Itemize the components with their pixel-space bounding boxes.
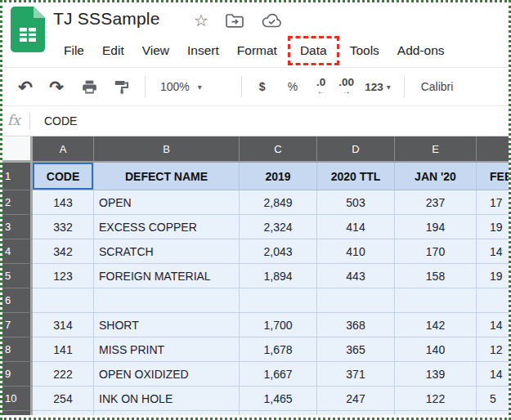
star-icon[interactable]: ☆ [194,12,208,29]
menu-item-data[interactable]: Data [288,36,339,65]
cell-B3[interactable]: EXCESS COPPER [94,215,240,239]
cell-F5[interactable]: 19 [477,264,509,288]
cell-B7[interactable]: SHORT [94,313,240,337]
cell-E4[interactable]: 170 [395,239,477,264]
cell-A9[interactable]: 222 [33,362,94,386]
menu-item-format[interactable]: Format [228,38,286,64]
cell-F6[interactable] [477,288,509,313]
cell-C4[interactable]: 2,043 [240,239,317,264]
cell-B9[interactable]: OPEN OXIDIZED [94,362,240,386]
cell-E5[interactable]: 158 [395,264,477,288]
cell-row11-partial[interactable] [33,411,94,415]
cell-B2[interactable]: OPEN [94,190,240,215]
cell-E8[interactable]: 140 [395,337,477,362]
column-header-F[interactable]: F [477,136,509,163]
row-header-5[interactable]: 5 [2,264,33,288]
undo-button[interactable]: ↶ [16,78,35,96]
cell-E10[interactable]: 122 [395,386,477,411]
cell-A8[interactable]: 141 [33,337,94,362]
column-header-A[interactable]: A [33,136,94,163]
cell-B8[interactable]: MISS PRINT [94,337,240,362]
cell-C6[interactable] [240,288,317,313]
cell-D7[interactable]: 368 [317,313,395,337]
menu-item-tools[interactable]: Tools [341,38,388,64]
cell-B10[interactable]: INK ON HOLE [94,386,240,411]
print-button[interactable] [79,78,99,96]
cell-C8[interactable]: 1,678 [240,337,317,362]
cell-row11-partial[interactable] [317,411,395,415]
menu-item-edit[interactable]: Edit [93,38,133,64]
cell-C2[interactable]: 2,849 [240,190,317,215]
cell-row11-partial[interactable] [395,411,477,415]
cell-A7[interactable]: 314 [33,313,94,337]
cell-F9[interactable]: 14 [477,362,509,386]
cell-F1[interactable]: FEB [477,163,509,190]
cell-F8[interactable]: 12 [477,337,509,362]
select-all-corner[interactable] [2,136,33,163]
cell-E1[interactable]: JAN '20 [395,163,477,190]
cell-row11-partial[interactable] [94,411,240,415]
move-to-folder-icon[interactable] [225,12,244,29]
cell-B6[interactable] [94,288,240,313]
paint-format-button[interactable] [112,78,132,96]
cell-A6[interactable] [33,288,94,313]
cell-C10[interactable]: 1,465 [240,386,317,411]
cell-D6[interactable] [317,288,395,313]
formula-input[interactable]: CODE [44,114,77,127]
cell-A3[interactable]: 332 [33,215,94,239]
percent-format-button[interactable]: % [288,80,298,93]
cell-F3[interactable]: 19 [477,215,509,239]
row-header-2[interactable]: 2 [2,190,33,215]
menu-item-addons[interactable]: Add-ons [388,38,454,64]
cell-E6[interactable] [395,288,477,313]
cell-D8[interactable]: 365 [317,337,395,362]
cell-row11-partial[interactable] [477,411,509,415]
cell-C7[interactable]: 1,700 [240,313,317,337]
cell-D3[interactable]: 414 [317,215,395,239]
cell-D4[interactable]: 410 [317,239,395,264]
cell-E7[interactable]: 142 [395,313,477,337]
cell-A10[interactable]: 254 [33,386,94,411]
row-header-7[interactable]: 7 [2,313,33,337]
cell-B4[interactable]: SCRATCH [94,239,240,264]
cell-D10[interactable]: 247 [317,386,395,411]
font-select[interactable]: Calibri [421,80,454,93]
cell-E3[interactable]: 194 [395,215,477,239]
cell-D9[interactable]: 371 [317,362,395,386]
cloud-saved-icon[interactable] [261,12,283,29]
cell-F7[interactable]: 14 [477,313,509,337]
row-header-11[interactable] [2,411,33,415]
cell-A4[interactable]: 342 [33,239,94,264]
cell-D1[interactable]: 2020 TTL [317,163,395,190]
redo-button[interactable]: ↷ [47,78,66,96]
cell-C9[interactable]: 1,667 [240,362,317,386]
menu-item-view[interactable]: View [133,38,178,64]
cell-F2[interactable]: 17 [477,190,509,215]
menu-item-file[interactable]: File [55,38,93,64]
column-header-D[interactable]: D [317,136,395,163]
decrease-decimal-button[interactable]: .0 ← [316,78,325,96]
document-title[interactable]: TJ SSSample [53,9,160,29]
cell-F4[interactable]: 14 [477,239,509,264]
cell-F10[interactable]: 5 [477,386,509,411]
cell-row11-partial[interactable] [240,411,317,415]
zoom-select[interactable]: 100% ▾ [160,80,202,93]
cell-C5[interactable]: 1,894 [240,264,317,288]
currency-format-button[interactable]: $ [259,80,266,93]
cell-D2[interactable]: 503 [317,190,395,215]
cell-A5[interactable]: 123 [33,264,94,288]
google-sheets-logo-icon[interactable] [9,6,47,56]
cell-C1[interactable]: 2019 [240,163,317,190]
cell-B5[interactable]: FOREIGN MATERIAL [94,264,240,288]
cell-D5[interactable]: 443 [317,264,395,288]
cell-A2[interactable]: 143 [33,190,94,215]
cell-E2[interactable]: 237 [395,190,477,215]
row-header-10[interactable]: 10 [2,386,33,411]
column-header-C[interactable]: C [240,136,317,163]
column-header-B[interactable]: B [94,136,240,163]
row-header-1[interactable]: 1 [2,163,33,190]
more-formats-button[interactable]: 123 ▾ [365,81,391,93]
row-header-4[interactable]: 4 [2,239,33,264]
cell-B1[interactable]: DEFECT NAME [94,163,240,190]
menu-item-insert[interactable]: Insert [178,38,228,64]
